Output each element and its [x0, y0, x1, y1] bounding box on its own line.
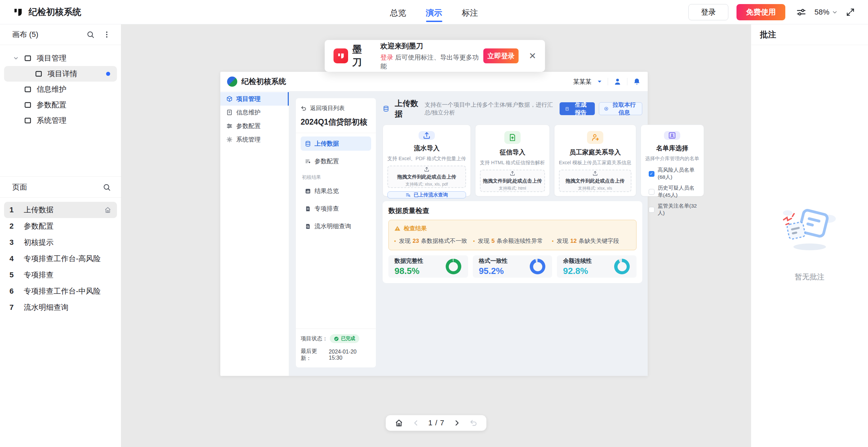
checkbox[interactable] [649, 171, 654, 177]
login-now-button[interactable]: 立即登录 [483, 48, 519, 63]
project-status-footer: 项目状态： 已完成 最后更新： 2024-01-20 15:30 [296, 328, 376, 362]
pages-list: 1 上传数据 2参数配置 3初核提示 4专项排查工作台-高风险 5专项排查 6专… [0, 198, 121, 320]
page-label: 流水明细查询 [24, 302, 68, 313]
checkbox-high-risk-list[interactable]: 高风险人员名单(68人) [649, 167, 700, 181]
report-icon [565, 106, 569, 112]
document-search-icon [305, 223, 311, 230]
checkbox-regulator-watch-list[interactable]: 监管关注名单(32人) [649, 203, 700, 217]
page-item-1[interactable]: 1 上传数据 [4, 202, 117, 218]
tree-item-project-management[interactable]: 项目管理 [4, 50, 117, 66]
restart-icon[interactable] [469, 419, 478, 427]
page-item-5[interactable]: 5专项排查 [4, 267, 117, 283]
page-label: 专项排查工作台-高风险 [24, 254, 101, 264]
page-item-2[interactable]: 2参数配置 [4, 218, 117, 234]
card-desc: Excel 模板上传员工家庭关系信息 [559, 159, 631, 166]
dropzone[interactable]: 拖拽文件到此处或点击上传 支持格式: html [480, 170, 545, 192]
donut-ring [614, 259, 630, 274]
upload-icon [592, 170, 598, 176]
page-label: 参数配置 [24, 221, 54, 231]
tree-item-label: 项目详情 [47, 69, 77, 79]
donut-ring [530, 259, 545, 274]
mockingbot-logo-icon [13, 7, 24, 18]
chevron-down-icon [832, 9, 837, 15]
home-icon[interactable] [395, 419, 403, 427]
updated-label: 最后更新： [301, 348, 327, 362]
checkbox-history-suspect-list[interactable]: 历史可疑人员名单(45人) [649, 185, 700, 199]
card-namelist-select: 名单库选择 选择中介库管理内的名单 高风险人员名单(68人) [641, 125, 704, 196]
free-use-button[interactable]: 免费使用 [736, 4, 785, 20]
settings-sliders-icon[interactable] [796, 7, 806, 17]
tab-present[interactable]: 演示 [426, 3, 442, 22]
prototype-topbar: 纪检初核系统 某某某 [220, 72, 648, 91]
annotation-panel: 批注 [751, 24, 868, 447]
search-icon[interactable] [86, 30, 95, 39]
page-item-6[interactable]: 6专项排查工作台-中风险 [4, 283, 117, 299]
metric-balance-continuity: 余额连续性 92.8% [557, 255, 637, 278]
back-to-projects[interactable]: 返回项目列表 [301, 104, 371, 112]
dropzone[interactable]: 拖拽文件到此处或点击上传 支持格式: xlsx, xls [559, 170, 631, 192]
search-icon[interactable] [103, 183, 111, 191]
generate-report-button[interactable]: 生成报告 [560, 102, 594, 115]
tree-item-parameter-config[interactable]: 参数配置 [4, 97, 117, 113]
panel-item-flow-detail-query[interactable]: 流水明细查询 [301, 219, 371, 233]
nav-system-management[interactable]: 系统管理 [220, 133, 289, 146]
close-icon[interactable]: ✕ [529, 51, 536, 60]
finding-item: •发现5条余额连续性异常 [473, 237, 552, 245]
login-button[interactable]: 登录 [688, 4, 728, 20]
finding-item: •发现12条缺失关键字段 [552, 237, 631, 245]
upload-data-view: 上传数据 支持在一个项目中上传多个主体/账户数据，进行汇总/独立分析 生成报告 … [383, 98, 642, 376]
sliders-gear-icon [305, 158, 311, 165]
zoom-value: 58% [814, 8, 829, 17]
nav-info-maintenance[interactable]: 信息维护 [220, 106, 289, 119]
app-logo-icon [227, 77, 237, 87]
nav-project-management[interactable]: 项目管理 [220, 92, 289, 106]
tree-item-project-detail[interactable]: 项目详情 [4, 66, 117, 82]
sliders-icon [226, 123, 233, 129]
cube-icon [226, 95, 233, 102]
selected-dot [106, 72, 110, 76]
page-item-4[interactable]: 4专项排查工作台-高风险 [4, 251, 117, 267]
dropzone[interactable]: 拖拽文件到此处或点击上传 支持格式: xlsx, xls, pdf [387, 166, 466, 188]
warning-icon [394, 225, 401, 232]
page-item-7[interactable]: 7流水明细查询 [4, 299, 117, 316]
zoom-control[interactable]: 58% [814, 8, 837, 17]
bar-chart-icon [305, 188, 311, 194]
page-item-3[interactable]: 3初核提示 [4, 234, 117, 251]
presentation-pager: 1 / 7 [386, 415, 487, 431]
annotation-header: 批注 [751, 24, 868, 45]
document-list-icon [305, 206, 311, 212]
person-import-icon [587, 131, 603, 144]
check-result-label: 检查结果 [404, 225, 427, 232]
tree-item-label: 系统管理 [37, 115, 66, 126]
tab-overview[interactable]: 总览 [390, 3, 406, 22]
username[interactable]: 某某某 [573, 78, 591, 86]
panel-item-special-check[interactable]: 专项排查 [301, 201, 371, 216]
canvas-sidebar: 画布 (5) 项目管理 项目详情 信息维护 [0, 24, 121, 447]
panel-item-result-overview[interactable]: 结果总览 [301, 184, 371, 198]
tab-annotate[interactable]: 标注 [462, 3, 478, 22]
prototype-sidenav: 项目管理 信息维护 参数配置 系统管理 [220, 91, 289, 376]
uploaded-flow-query-button[interactable]: 已上传流水查询 [387, 191, 466, 198]
quality-title: 数据质量检查 [388, 206, 637, 215]
checkbox[interactable] [649, 189, 654, 195]
bell-icon[interactable] [633, 78, 641, 86]
user-icon[interactable] [613, 78, 622, 86]
prev-page-icon[interactable] [412, 419, 420, 427]
fetch-bank-info-button[interactable]: 拉取本行信息 [599, 102, 642, 115]
next-page-icon[interactable] [453, 419, 461, 427]
fullscreen-icon[interactable] [846, 7, 855, 17]
login-link[interactable]: 登录 [380, 54, 393, 61]
checkbox[interactable] [649, 207, 654, 213]
status-label: 项目状态： [301, 335, 328, 342]
kebab-menu-icon[interactable] [103, 30, 111, 39]
nav-parameter-config[interactable]: 参数配置 [220, 119, 289, 133]
chevron-down-icon[interactable] [597, 79, 602, 84]
panel-item-parameter-config[interactable]: 参数配置 [301, 154, 371, 168]
tree-item-info-maintenance[interactable]: 信息维护 [4, 82, 117, 97]
tree-item-label: 参数配置 [37, 100, 66, 110]
card-title: 流水导入 [414, 144, 440, 153]
panel-item-upload-data[interactable]: 上传数据 [301, 136, 371, 151]
card-title: 征信导入 [500, 148, 525, 157]
updated-time: 2024-01-20 15:30 [329, 349, 371, 361]
tree-item-system-management[interactable]: 系统管理 [4, 113, 117, 128]
